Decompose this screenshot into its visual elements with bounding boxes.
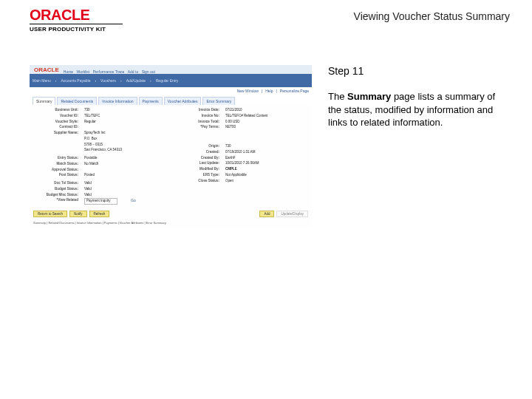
ss-tab-summary: Summary bbox=[33, 97, 55, 105]
ss-link-addto: Add to bbox=[128, 69, 138, 74]
ss-branding-bar: ORACLE Home Worklist Performance Trace A… bbox=[30, 65, 312, 74]
val-vst: Regular bbox=[84, 120, 96, 125]
val-c: 07/19/2010 1:31:AM bbox=[225, 150, 256, 155]
val-upg: NET00 bbox=[225, 125, 236, 130]
step-text-bold: Summary bbox=[347, 91, 391, 102]
val-sn: SprayTech Inc bbox=[84, 131, 106, 136]
lbl-o: Origin: bbox=[175, 144, 219, 149]
lbl-lu: Last Update: bbox=[175, 161, 219, 166]
val-ms: No Match bbox=[84, 162, 98, 167]
val-sa1: P.O. Box bbox=[84, 137, 97, 142]
oracle-logo-block: ORACLE USER PRODUCTIVITY KIT bbox=[30, 7, 123, 33]
oracle-logo-text: ORACLE bbox=[30, 7, 89, 22]
instruction-panel: Step 11 The Summary page lists a summary… bbox=[328, 65, 510, 129]
step-text-pre: The bbox=[328, 91, 347, 102]
ss-tab-errors: Error Summary bbox=[202, 97, 235, 105]
val-cb: EarthF bbox=[225, 156, 236, 161]
ss-oracle-logo: ORACLE bbox=[33, 66, 59, 73]
ss-crumb-3: Vouchers bbox=[100, 78, 116, 83]
lbl-ct: Close Status: bbox=[175, 179, 219, 184]
ss-tab-related: Related Documents bbox=[57, 97, 97, 105]
val-mb: CMPLE bbox=[225, 167, 237, 172]
val-et: Not Applicable bbox=[225, 173, 247, 178]
lbl-bms: Budget Misc Status: bbox=[34, 193, 78, 198]
lbl-it: Invoice Total: bbox=[175, 120, 219, 125]
val-o: 730 bbox=[225, 144, 231, 149]
ss-link-signout: Sign out bbox=[142, 69, 155, 74]
lbl-ps: Post Status: bbox=[34, 173, 78, 178]
val-vid: TEL/TEFC bbox=[84, 114, 100, 119]
val-es: Postable bbox=[84, 156, 98, 161]
ss-hr-help: Help bbox=[265, 89, 273, 93]
val-it: 0.00 USD bbox=[225, 120, 240, 125]
val-lu: 10/01/2010 7:26 06AM bbox=[225, 161, 259, 166]
ss-hr-newwin: New Window bbox=[237, 89, 259, 93]
val-ino: TEL/TEFC# Related Content bbox=[225, 114, 268, 119]
ss-link-home: Home bbox=[64, 69, 73, 74]
lbl-cd: Contract ID: bbox=[34, 125, 78, 130]
ss-hr-personalize: Personalize Page bbox=[280, 89, 309, 93]
lbl-dt: Doc Tol Status: bbox=[34, 181, 78, 186]
val-dt: Valid bbox=[84, 181, 92, 186]
ss-btn-add: Add bbox=[259, 211, 274, 217]
val-bu: 730 bbox=[84, 108, 90, 113]
val-id: 07/21/2010 bbox=[225, 108, 242, 113]
ss-link-worklist: Worklist bbox=[77, 69, 90, 74]
lbl-as: Approval Status: bbox=[34, 168, 78, 173]
step-text: The Summary page lists a summary of the … bbox=[328, 90, 510, 129]
application-screenshot: ORACLE Home Worklist Performance Trace A… bbox=[30, 65, 312, 228]
val-sa2: 5708 – 0315 bbox=[84, 143, 103, 148]
val-ps: Posted bbox=[84, 173, 95, 178]
val-vr: Payment Inquiry bbox=[84, 198, 117, 205]
lbl-cb: Created By: bbox=[175, 156, 219, 161]
val-ct: Open bbox=[225, 179, 233, 184]
lbl-es: Entry Status: bbox=[34, 156, 78, 161]
step-number: Step 11 bbox=[328, 65, 510, 77]
lbl-sn: Supplier Name: bbox=[34, 131, 78, 136]
ss-footer-links: Summary | Related Documents | Invoice In… bbox=[30, 219, 312, 226]
val-bs: Valid bbox=[84, 187, 92, 192]
lbl-et: ERS Type: bbox=[175, 173, 219, 178]
ss-crumb-5: Regular Entry bbox=[156, 78, 179, 83]
ss-tab-payments: Payments bbox=[139, 97, 163, 105]
ss-btn-return: Return to Search bbox=[33, 211, 67, 217]
ss-btn-notify: Notify bbox=[69, 211, 87, 217]
lbl-ino: Invoice No: bbox=[175, 114, 219, 119]
lbl-ms: Match Status: bbox=[34, 162, 78, 167]
ss-btn-refresh: Refresh bbox=[89, 211, 110, 217]
ss-tab-attributes: Voucher Attributes bbox=[164, 97, 202, 105]
ss-crumb-1: Main Menu bbox=[33, 78, 51, 83]
lbl-bs: Budget Status: bbox=[34, 187, 78, 192]
link-go: Go bbox=[131, 198, 136, 205]
document-title: Viewing Voucher Status Summary bbox=[354, 7, 510, 22]
ss-crumb-4: Add/Update bbox=[126, 78, 146, 83]
lbl-upg: *Pay Terms: bbox=[175, 125, 219, 130]
logo-divider bbox=[30, 24, 123, 24]
lbl-c: Created: bbox=[175, 150, 219, 155]
ss-tabstrip: Summary Related Documents Invoice Inform… bbox=[30, 95, 312, 105]
val-sa3: San Francisco, CA 54313 bbox=[84, 148, 122, 153]
val-bms: Valid bbox=[84, 193, 92, 198]
lbl-mb: Modified By: bbox=[175, 167, 219, 172]
ss-btn-update: Update/Display bbox=[276, 211, 308, 217]
ss-crumb-2: Accounts Payable bbox=[61, 78, 90, 83]
lbl-vid: Voucher ID: bbox=[34, 114, 78, 119]
ss-link-perf: Performance Trace bbox=[93, 69, 125, 74]
lbl-bu: Business Unit: bbox=[34, 108, 78, 113]
ss-tab-invoice: Invoice Information bbox=[98, 97, 137, 105]
lbl-vst: Voucher Style: bbox=[34, 120, 78, 125]
lbl-vr: *View Related bbox=[34, 198, 78, 205]
upk-subtitle: USER PRODUCTIVITY KIT bbox=[30, 26, 106, 33]
lbl-id: Invoice Date: bbox=[175, 108, 219, 113]
